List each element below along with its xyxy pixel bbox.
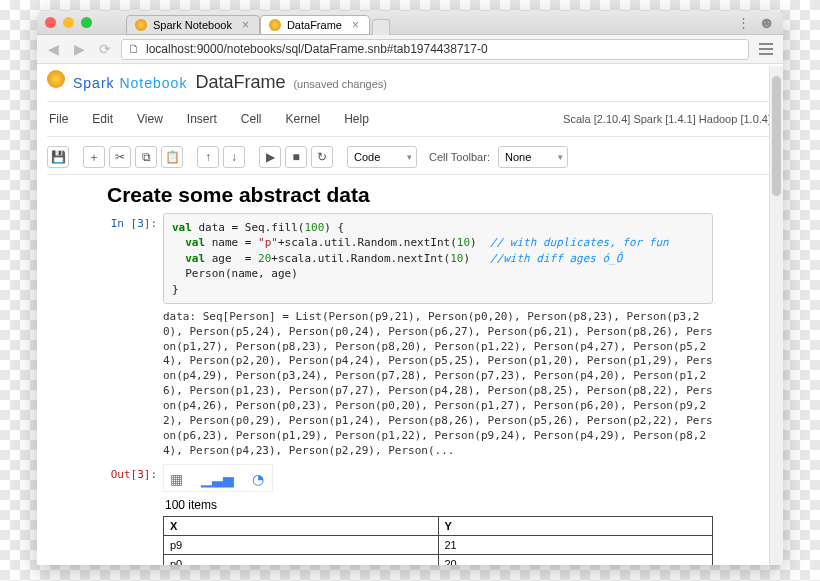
back-button[interactable]: ◀	[43, 39, 63, 59]
toolbar: 💾 ＋ ✂ ⧉ 📋 ↑ ↓ ▶ ■ ↻ Code Cell Toolbar: N…	[47, 143, 773, 175]
move-up-button[interactable]: ↑	[197, 146, 219, 168]
table-view-icon[interactable]: ▦	[170, 471, 183, 487]
window-controls	[45, 17, 92, 28]
scroll-thumb[interactable]	[772, 76, 781, 196]
menu-insert[interactable]: Insert	[187, 112, 217, 126]
notebook-body: Create some abstract data In [3]: val da…	[47, 183, 773, 565]
in-prompt: In [3]:	[107, 213, 163, 458]
maximize-window-button[interactable]	[81, 17, 92, 28]
address-bar: ◀ ▶ ⟳ 🗋 localhost:9000/notebooks/sql/Dat…	[37, 35, 783, 64]
menu-view[interactable]: View	[137, 112, 163, 126]
section-heading: Create some abstract data	[107, 183, 713, 207]
code-cell[interactable]: In [3]: val data = Seq.fill(100) { val n…	[107, 213, 713, 458]
browser-menu-button[interactable]	[755, 38, 777, 60]
notebook-title[interactable]: DataFrame	[195, 72, 285, 93]
tab-label: DataFrame	[287, 19, 342, 31]
close-window-button[interactable]	[45, 17, 56, 28]
extension-icon[interactable]: ⋮	[737, 15, 750, 30]
add-cell-button[interactable]: ＋	[83, 146, 105, 168]
chart-view-icon[interactable]: ▁▃▅	[201, 471, 234, 487]
save-status: (unsaved changes)	[293, 78, 387, 90]
reload-button[interactable]: ⟳	[95, 39, 115, 59]
new-tab-button[interactable]	[372, 19, 390, 35]
col-header-y[interactable]: Y	[438, 517, 713, 536]
page-content: Spark Notebook DataFrame (unsaved change…	[37, 64, 783, 565]
forward-button[interactable]: ▶	[69, 39, 89, 59]
output-view-tabs: ▦ ▁▃▅ ◔	[163, 464, 273, 492]
menu-edit[interactable]: Edit	[92, 112, 113, 126]
cut-button[interactable]: ✂	[109, 146, 131, 168]
copy-button[interactable]: ⧉	[135, 146, 157, 168]
menu-file[interactable]: File	[49, 112, 68, 126]
tab-favicon	[269, 19, 281, 31]
data-table: X Y p921 p020 p823 p320 p524	[163, 516, 713, 565]
pie-view-icon[interactable]: ◔	[252, 471, 264, 487]
move-down-button[interactable]: ↓	[223, 146, 245, 168]
divider	[47, 136, 773, 137]
profile-icon[interactable]: ☻	[758, 14, 775, 32]
url-input[interactable]: 🗋 localhost:9000/notebooks/sql/DataFrame…	[121, 39, 749, 60]
tab-favicon	[135, 19, 147, 31]
brand[interactable]: Spark Notebook	[73, 75, 187, 91]
menu-kernel[interactable]: Kernel	[286, 112, 321, 126]
close-tab-icon[interactable]: ×	[352, 18, 359, 32]
logo-icon	[47, 70, 65, 88]
close-tab-icon[interactable]: ×	[242, 18, 249, 32]
minimize-window-button[interactable]	[63, 17, 74, 28]
save-button[interactable]: 💾	[47, 146, 69, 168]
url-text: localhost:9000/notebooks/sql/DataFrame.s…	[146, 42, 488, 56]
table-row: p921	[164, 536, 713, 555]
menu-help[interactable]: Help	[344, 112, 369, 126]
output-cell: Out[3]: ▦ ▁▃▅ ◔ 100 items X Y p	[107, 464, 713, 565]
scrollbar[interactable]	[769, 66, 783, 565]
cell-toolbar-label: Cell Toolbar:	[429, 151, 490, 163]
menu-bar: File Edit View Insert Cell Kernel Help S…	[47, 108, 773, 130]
cell-type-select[interactable]: Code	[347, 146, 417, 168]
run-button[interactable]: ▶	[259, 146, 281, 168]
tab-label: Spark Notebook	[153, 19, 232, 31]
stop-button[interactable]: ■	[285, 146, 307, 168]
tab-dataframe[interactable]: DataFrame ×	[260, 15, 370, 35]
restart-button[interactable]: ↻	[311, 146, 333, 168]
titlebar: Spark Notebook × DataFrame × ⋮ ☻	[37, 11, 783, 35]
cell-toolbar-select[interactable]: None	[498, 146, 568, 168]
out-prompt: Out[3]:	[107, 464, 163, 565]
menu-cell[interactable]: Cell	[241, 112, 262, 126]
tab-spark-notebook[interactable]: Spark Notebook ×	[126, 15, 260, 35]
table-row: p020	[164, 555, 713, 565]
paste-button[interactable]: 📋	[161, 146, 183, 168]
output-text: data: Seq[Person] = List(Person(p9,21), …	[163, 310, 713, 458]
browser-tabs: Spark Notebook × DataFrame ×	[126, 11, 737, 35]
divider	[47, 101, 773, 102]
notebook-header: Spark Notebook DataFrame (unsaved change…	[47, 64, 773, 95]
code-input[interactable]: val data = Seq.fill(100) { val name = "p…	[163, 213, 713, 304]
kernel-env-info: Scala [2.10.4] Spark [1.4.1] Hadoop [1.0…	[563, 113, 771, 125]
items-count: 100 items	[165, 498, 713, 512]
browser-window: Spark Notebook × DataFrame × ⋮ ☻ ◀ ▶ ⟳ 🗋…	[37, 11, 783, 565]
page-info-icon[interactable]: 🗋	[128, 42, 140, 56]
col-header-x[interactable]: X	[164, 517, 439, 536]
